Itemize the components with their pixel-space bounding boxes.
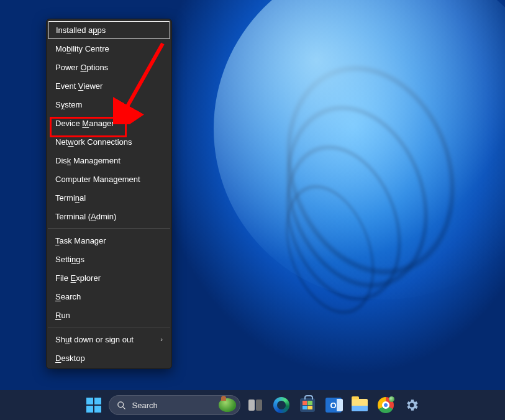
svg-line-2	[122, 406, 125, 409]
settings-button[interactable]	[401, 394, 423, 416]
menu-item-terminal[interactable]: Terminal	[47, 188, 171, 207]
menu-item-label: Shut down or sign out	[55, 335, 134, 344]
menu-item-label: Desktop	[55, 354, 85, 363]
menu-item-system[interactable]: System	[47, 95, 171, 114]
taskbar: Search O	[0, 390, 505, 420]
menu-item-label: Search	[55, 292, 81, 301]
chevron-right-icon: ›	[160, 336, 163, 343]
outlook-button[interactable]: O	[322, 394, 345, 416]
search-highlight-icon	[219, 398, 236, 412]
file-explorer-icon	[352, 399, 368, 411]
menu-item-label: Event Viewer	[55, 81, 102, 91]
outlook-icon: O	[325, 398, 342, 413]
menu-item-settings[interactable]: Settings	[47, 250, 171, 268]
chrome-button[interactable]	[375, 394, 397, 416]
menu-item-installed-apps[interactable]: Installed apps	[48, 21, 170, 39]
search-placeholder: Search	[132, 401, 158, 410]
menu-item-label: Device Manager	[55, 119, 114, 128]
menu-item-label: System	[55, 100, 82, 109]
menu-item-label: Disk Management	[55, 156, 121, 165]
taskbar-search[interactable]: Search	[109, 395, 240, 415]
menu-item-label: Mobility Centre	[55, 44, 109, 53]
menu-item-label: Computer Management	[55, 175, 140, 184]
menu-item-mobility-centre[interactable]: Mobility Centre	[47, 39, 171, 58]
menu-item-disk-management[interactable]: Disk Management	[47, 151, 171, 170]
menu-item-label: Task Manager	[55, 236, 106, 245]
menu-item-network-connections[interactable]: Network Connections	[47, 132, 171, 151]
menu-item-label: Run	[55, 311, 70, 320]
menu-separator	[48, 228, 170, 229]
task-view-button[interactable]	[244, 394, 266, 416]
menu-item-label: Power Options	[55, 63, 108, 72]
menu-item-label: Settings	[55, 255, 84, 264]
edge-button[interactable]	[270, 394, 293, 416]
task-view-icon	[248, 399, 262, 411]
menu-item-label: Terminal (Admin)	[55, 212, 116, 221]
menu-item-run[interactable]: Run	[47, 306, 171, 324]
edge-icon	[273, 397, 289, 413]
microsoft-store-icon	[300, 398, 315, 412]
start-button[interactable]	[83, 394, 105, 416]
menu-item-label: Terminal	[55, 193, 86, 203]
microsoft-store-button[interactable]	[296, 394, 319, 416]
menu-item-file-explorer[interactable]: File Explorer	[47, 268, 171, 287]
menu-item-terminal-admin[interactable]: Terminal (Admin)	[47, 207, 171, 226]
menu-item-power-options[interactable]: Power Options	[47, 58, 171, 76]
settings-icon	[404, 398, 419, 413]
menu-item-label: File Explorer	[55, 273, 101, 283]
menu-item-label: Installed apps	[56, 25, 106, 35]
menu-item-label: Network Connections	[55, 137, 132, 147]
file-explorer-button[interactable]	[348, 394, 371, 416]
menu-item-computer-management[interactable]: Computer Management	[47, 170, 171, 188]
menu-item-task-manager[interactable]: Task Manager	[47, 231, 171, 250]
menu-item-desktop[interactable]: Desktop	[47, 349, 171, 367]
chrome-icon	[378, 397, 394, 413]
search-icon	[117, 401, 126, 410]
windows-logo-icon	[86, 398, 101, 413]
menu-item-search[interactable]: Search	[47, 287, 171, 306]
menu-separator	[48, 327, 170, 327]
winx-power-user-menu: Installed appsMobility CentrePower Optio…	[46, 19, 172, 369]
menu-item-device-manager[interactable]: Device Manager	[47, 114, 171, 132]
menu-item-event-viewer[interactable]: Event Viewer	[47, 76, 171, 95]
menu-item-shut-down-or-sign-out[interactable]: Shut down or sign out›	[47, 330, 171, 349]
